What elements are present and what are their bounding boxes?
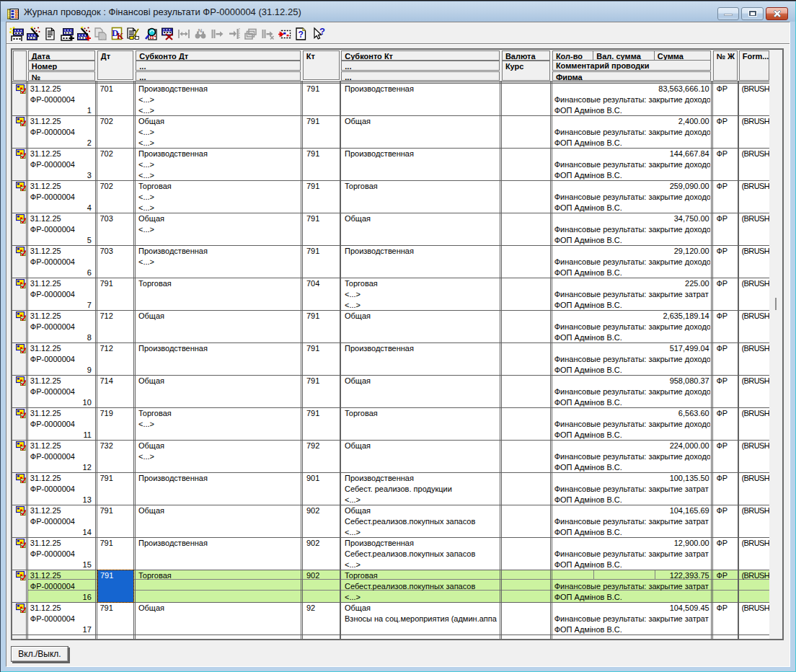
svg-text:K: K bbox=[117, 31, 124, 41]
svg-text:?: ? bbox=[298, 30, 304, 40]
svg-text:?: ? bbox=[319, 27, 325, 37]
